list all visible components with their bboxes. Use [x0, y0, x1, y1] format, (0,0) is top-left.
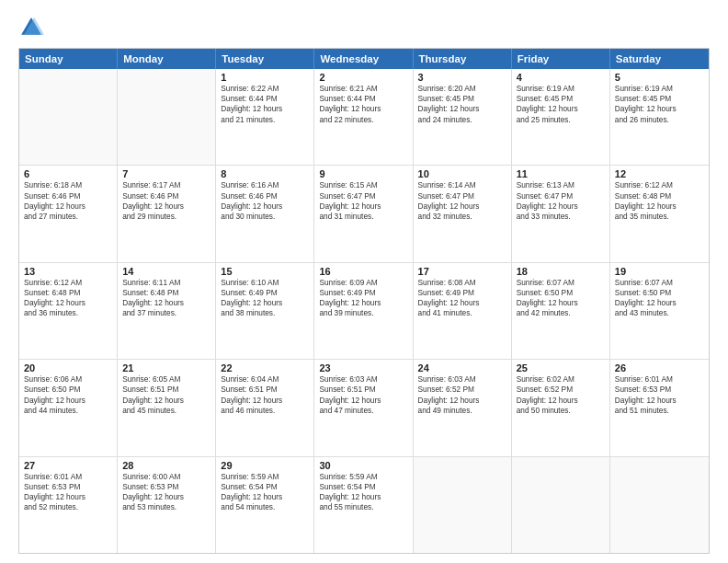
- cell-info-line: and 35 minutes.: [615, 212, 704, 222]
- cell-info-line: Sunrise: 6:22 AM: [221, 84, 309, 94]
- day-number: 11: [517, 168, 605, 179]
- day-cell-14: 14Sunrise: 6:11 AMSunset: 6:48 PMDayligh…: [118, 263, 216, 359]
- cell-info-line: Sunset: 6:48 PM: [122, 288, 210, 298]
- cell-info-line: Sunset: 6:50 PM: [615, 288, 704, 298]
- cell-info-line: Sunrise: 6:13 AM: [517, 180, 605, 190]
- cell-info-line: and 29 minutes.: [122, 212, 210, 222]
- day-number: 8: [221, 168, 309, 179]
- day-number: 1: [221, 72, 309, 83]
- day-cell-15: 15Sunrise: 6:10 AMSunset: 6:49 PMDayligh…: [216, 263, 314, 359]
- cell-info-line: Daylight: 12 hours: [319, 492, 407, 502]
- day-cell-18: 18Sunrise: 6:07 AMSunset: 6:50 PMDayligh…: [512, 263, 610, 359]
- day-number: 2: [319, 72, 407, 83]
- cell-info-line: and 26 minutes.: [615, 115, 704, 125]
- cell-info-line: and 39 minutes.: [319, 308, 407, 318]
- cell-info-line: Sunset: 6:51 PM: [319, 385, 407, 395]
- cell-info-line: Sunrise: 6:14 AM: [418, 180, 506, 190]
- cell-info-line: Sunset: 6:45 PM: [615, 94, 704, 104]
- cell-info-line: Daylight: 12 hours: [24, 201, 112, 212]
- cell-info-line: and 27 minutes.: [24, 212, 112, 222]
- empty-cell: [414, 457, 512, 553]
- weekday-header-thursday: Thursday: [414, 49, 512, 69]
- day-cell-7: 7Sunrise: 6:17 AMSunset: 6:46 PMDaylight…: [118, 166, 216, 261]
- cell-info-line: Sunrise: 6:20 AM: [418, 84, 506, 94]
- cell-info-line: and 33 minutes.: [517, 212, 605, 222]
- cell-info-line: Daylight: 12 hours: [24, 298, 112, 308]
- cell-info-line: Sunset: 6:49 PM: [319, 288, 407, 298]
- cell-info-line: Daylight: 12 hours: [615, 104, 704, 114]
- cell-info-line: Daylight: 12 hours: [122, 396, 210, 406]
- calendar-row-1: 1Sunrise: 6:22 AMSunset: 6:44 PMDaylight…: [19, 69, 709, 166]
- day-number: 27: [24, 460, 112, 471]
- day-number: 23: [319, 362, 407, 373]
- cell-info-line: Daylight: 12 hours: [221, 396, 309, 406]
- calendar-header: SundayMondayTuesdayWednesdayThursdayFrid…: [19, 49, 709, 69]
- cell-info-line: and 43 minutes.: [615, 308, 704, 318]
- cell-info-line: Sunset: 6:45 PM: [418, 94, 506, 104]
- cell-info-line: Daylight: 12 hours: [221, 492, 309, 502]
- cell-info-line: Sunrise: 6:16 AM: [221, 180, 309, 190]
- day-number: 17: [418, 266, 506, 277]
- weekday-header-monday: Monday: [118, 49, 216, 69]
- day-cell-23: 23Sunrise: 6:03 AMSunset: 6:51 PMDayligh…: [314, 360, 413, 455]
- cell-info-line: Sunset: 6:50 PM: [24, 385, 112, 395]
- day-cell-1: 1Sunrise: 6:22 AMSunset: 6:44 PMDaylight…: [216, 69, 314, 165]
- weekday-header-friday: Friday: [512, 49, 610, 69]
- cell-info-line: Sunrise: 6:07 AM: [517, 278, 605, 288]
- cell-info-line: Sunrise: 6:04 AM: [221, 374, 309, 385]
- day-number: 13: [24, 266, 112, 277]
- cell-info-line: Daylight: 12 hours: [615, 298, 704, 308]
- cell-info-line: Sunset: 6:46 PM: [24, 191, 112, 201]
- cell-info-line: Sunset: 6:47 PM: [517, 191, 605, 201]
- cell-info-line: Sunrise: 6:17 AM: [122, 180, 210, 190]
- cell-info-line: Sunset: 6:53 PM: [122, 482, 210, 492]
- weekday-header-sunday: Sunday: [19, 49, 118, 69]
- day-cell-28: 28Sunrise: 6:00 AMSunset: 6:53 PMDayligh…: [118, 457, 216, 553]
- cell-info-line: Sunrise: 6:19 AM: [615, 84, 704, 94]
- day-number: 28: [122, 460, 210, 471]
- cell-info-line: Sunset: 6:47 PM: [319, 191, 407, 201]
- cell-info-line: Daylight: 12 hours: [221, 298, 309, 308]
- cell-info-line: Sunset: 6:54 PM: [319, 482, 407, 492]
- cell-info-line: Daylight: 12 hours: [517, 298, 605, 308]
- cell-info-line: and 41 minutes.: [418, 308, 506, 318]
- cell-info-line: Sunset: 6:44 PM: [221, 94, 309, 104]
- calendar-row-2: 6Sunrise: 6:18 AMSunset: 6:46 PMDaylight…: [19, 166, 709, 262]
- day-number: 14: [122, 266, 210, 277]
- cell-info-line: Sunrise: 5:59 AM: [221, 472, 309, 482]
- weekday-header-wednesday: Wednesday: [314, 49, 413, 69]
- cell-info-line: and 30 minutes.: [221, 212, 309, 222]
- day-number: 5: [615, 72, 704, 83]
- cell-info-line: Daylight: 12 hours: [319, 201, 407, 212]
- cell-info-line: and 42 minutes.: [517, 308, 605, 318]
- calendar-row-3: 13Sunrise: 6:12 AMSunset: 6:48 PMDayligh…: [19, 263, 709, 360]
- cell-info-line: Sunrise: 6:12 AM: [24, 278, 112, 288]
- cell-info-line: Daylight: 12 hours: [418, 201, 506, 212]
- cell-info-line: and 22 minutes.: [319, 115, 407, 125]
- cell-info-line: Sunrise: 6:18 AM: [24, 180, 112, 190]
- cell-info-line: Sunrise: 6:00 AM: [122, 472, 210, 482]
- empty-cell: [512, 457, 610, 553]
- day-cell-25: 25Sunrise: 6:02 AMSunset: 6:52 PMDayligh…: [512, 360, 610, 455]
- day-number: 9: [319, 168, 407, 179]
- cell-info-line: Sunrise: 6:10 AM: [221, 278, 309, 288]
- cell-info-line: and 53 minutes.: [122, 502, 210, 512]
- cell-info-line: Daylight: 12 hours: [319, 298, 407, 308]
- logo: [18, 15, 46, 40]
- cell-info-line: Daylight: 12 hours: [122, 201, 210, 212]
- cell-info-line: Sunset: 6:52 PM: [517, 385, 605, 395]
- cell-info-line: Sunrise: 6:11 AM: [122, 278, 210, 288]
- cell-info-line: Sunrise: 6:19 AM: [517, 84, 605, 94]
- day-number: 18: [517, 266, 605, 277]
- day-cell-3: 3Sunrise: 6:20 AMSunset: 6:45 PMDaylight…: [414, 69, 512, 165]
- cell-info-line: Sunset: 6:48 PM: [24, 288, 112, 298]
- day-number: 21: [122, 362, 210, 373]
- cell-info-line: and 24 minutes.: [418, 115, 506, 125]
- cell-info-line: Daylight: 12 hours: [418, 104, 506, 114]
- cell-info-line: Sunset: 6:54 PM: [221, 482, 309, 492]
- day-number: 25: [517, 362, 605, 373]
- day-cell-12: 12Sunrise: 6:12 AMSunset: 6:48 PMDayligh…: [610, 166, 709, 261]
- cell-info-line: and 49 minutes.: [418, 406, 506, 416]
- cell-info-line: Sunrise: 6:15 AM: [319, 180, 407, 190]
- cell-info-line: Sunrise: 5:59 AM: [319, 472, 407, 482]
